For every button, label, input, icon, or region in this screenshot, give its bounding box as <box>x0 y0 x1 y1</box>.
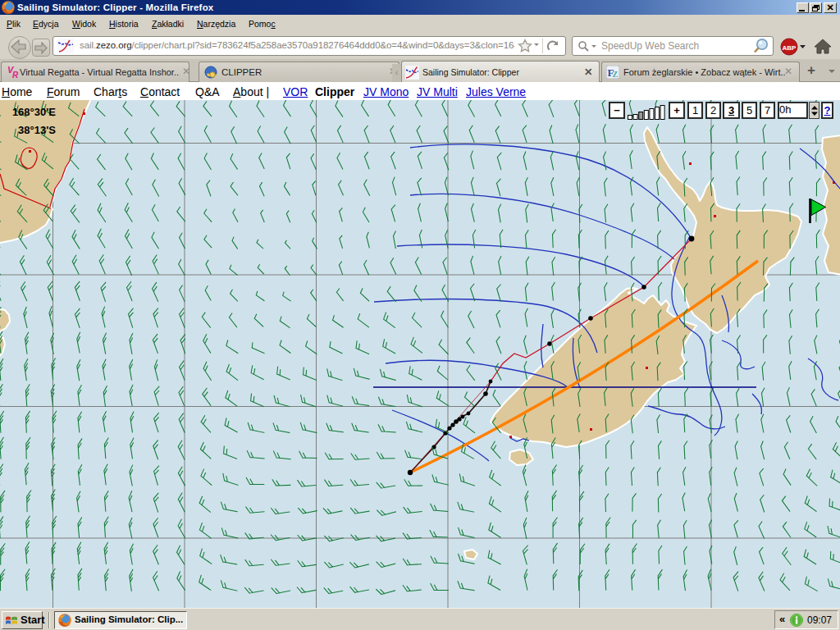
svg-text:R: R <box>12 71 19 79</box>
svg-text:Z: Z <box>613 70 619 79</box>
svg-text:ABP: ABP <box>783 44 797 52</box>
